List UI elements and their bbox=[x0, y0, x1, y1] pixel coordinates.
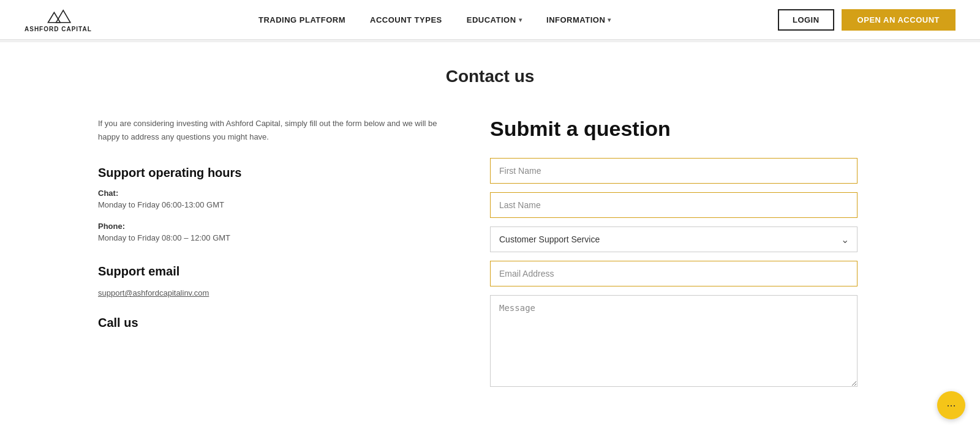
last-name-field bbox=[490, 192, 858, 218]
chat-label: Chat: bbox=[98, 189, 453, 198]
message-field bbox=[490, 295, 858, 389]
information-chevron-icon: ▾ bbox=[608, 17, 611, 23]
nav-trading-platform[interactable]: TRADING PLATFORM bbox=[258, 15, 345, 24]
header: ASHFORD CAPITAL TRADING PLATFORM ACCOUNT… bbox=[0, 0, 980, 40]
svg-marker-1 bbox=[56, 10, 70, 22]
support-hours-heading: Support operating hours bbox=[98, 166, 453, 180]
intro-text: If you are considering investing with As… bbox=[98, 117, 453, 144]
header-buttons: LOGIN OPEN AN ACCOUNT bbox=[778, 9, 956, 31]
submit-question-heading: Submit a question bbox=[490, 117, 858, 141]
first-name-field bbox=[490, 158, 858, 184]
support-email-section: Support email support@ashfordcapitalinv.… bbox=[98, 264, 453, 297]
right-column: Submit a question Customer Support Servi… bbox=[490, 117, 858, 397]
first-name-input[interactable] bbox=[490, 158, 858, 184]
logo-text: ASHFORD CAPITAL bbox=[24, 26, 92, 32]
page-content: Contact us If you are considering invest… bbox=[61, 42, 919, 434]
two-column-layout: If you are considering investing with As… bbox=[98, 117, 882, 397]
open-account-button[interactable]: OPEN AN ACCOUNT bbox=[842, 9, 956, 31]
nav-information[interactable]: INFORMATION ▾ bbox=[546, 15, 611, 24]
education-chevron-icon: ▾ bbox=[519, 17, 522, 23]
logo[interactable]: ASHFORD CAPITAL bbox=[24, 7, 92, 32]
phone-label: Phone: bbox=[98, 222, 453, 231]
phone-hours: Monday to Friday 08:00 – 12:00 GMT bbox=[98, 233, 453, 242]
email-input[interactable] bbox=[490, 261, 858, 286]
call-us-heading: Call us bbox=[98, 316, 453, 330]
main-nav: TRADING PLATFORM ACCOUNT TYPES EDUCATION… bbox=[258, 15, 611, 24]
chat-hours: Monday to Friday 06:00-13:00 GMT bbox=[98, 200, 453, 209]
nav-education[interactable]: EDUCATION ▾ bbox=[467, 15, 522, 24]
support-email-heading: Support email bbox=[98, 264, 453, 279]
nav-account-types[interactable]: ACCOUNT TYPES bbox=[370, 15, 442, 24]
service-select[interactable]: Customer Support Service Technical Suppo… bbox=[490, 226, 858, 252]
chat-widget-icon: ··· bbox=[946, 399, 956, 412]
support-email-link[interactable]: support@ashfordcapitalinv.com bbox=[98, 288, 209, 297]
last-name-input[interactable] bbox=[490, 192, 858, 218]
message-textarea[interactable] bbox=[490, 295, 858, 387]
svg-marker-0 bbox=[48, 12, 60, 22]
chat-widget-button[interactable]: ··· bbox=[937, 391, 965, 419]
left-column: If you are considering investing with As… bbox=[98, 117, 453, 330]
email-field bbox=[490, 261, 858, 286]
service-select-field: Customer Support Service Technical Suppo… bbox=[490, 226, 858, 252]
login-button[interactable]: LOGIN bbox=[778, 9, 834, 31]
page-title: Contact us bbox=[98, 67, 882, 86]
